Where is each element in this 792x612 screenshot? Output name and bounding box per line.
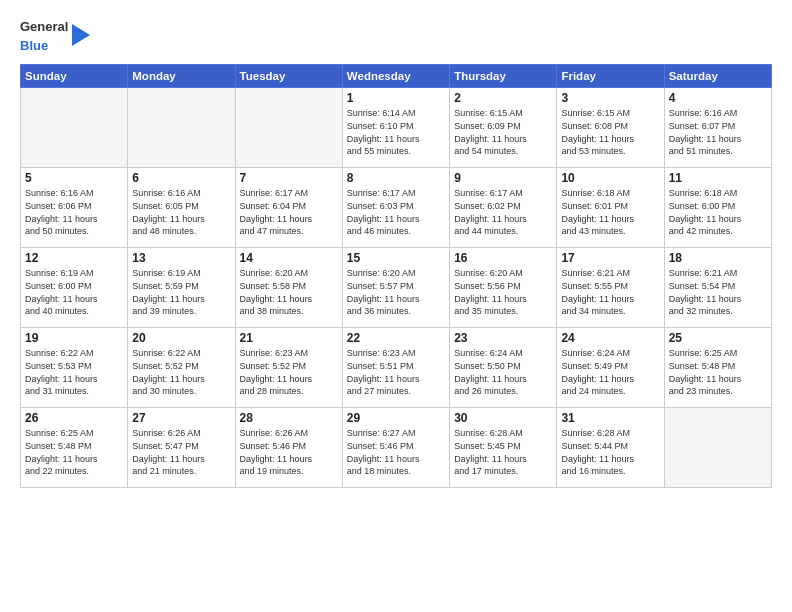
cell-info: Sunrise: 6:20 AM Sunset: 5:58 PM Dayligh…	[240, 267, 338, 317]
day-number: 31	[561, 411, 659, 425]
week-row-4: 19Sunrise: 6:22 AM Sunset: 5:53 PM Dayli…	[21, 328, 772, 408]
calendar-cell: 18Sunrise: 6:21 AM Sunset: 5:54 PM Dayli…	[664, 248, 771, 328]
week-row-5: 26Sunrise: 6:25 AM Sunset: 5:48 PM Dayli…	[21, 408, 772, 488]
calendar-cell: 28Sunrise: 6:26 AM Sunset: 5:46 PM Dayli…	[235, 408, 342, 488]
calendar-cell: 13Sunrise: 6:19 AM Sunset: 5:59 PM Dayli…	[128, 248, 235, 328]
calendar-cell: 4Sunrise: 6:16 AM Sunset: 6:07 PM Daylig…	[664, 88, 771, 168]
cell-info: Sunrise: 6:16 AM Sunset: 6:05 PM Dayligh…	[132, 187, 230, 237]
day-number: 1	[347, 91, 445, 105]
day-number: 29	[347, 411, 445, 425]
day-number: 9	[454, 171, 552, 185]
calendar-cell: 3Sunrise: 6:15 AM Sunset: 6:08 PM Daylig…	[557, 88, 664, 168]
logo-text: General Blue	[20, 16, 68, 54]
week-row-2: 5Sunrise: 6:16 AM Sunset: 6:06 PM Daylig…	[21, 168, 772, 248]
calendar-cell: 2Sunrise: 6:15 AM Sunset: 6:09 PM Daylig…	[450, 88, 557, 168]
calendar-cell: 1Sunrise: 6:14 AM Sunset: 6:10 PM Daylig…	[342, 88, 449, 168]
day-number: 10	[561, 171, 659, 185]
cell-info: Sunrise: 6:14 AM Sunset: 6:10 PM Dayligh…	[347, 107, 445, 157]
day-number: 17	[561, 251, 659, 265]
day-number: 14	[240, 251, 338, 265]
day-number: 18	[669, 251, 767, 265]
cell-info: Sunrise: 6:18 AM Sunset: 6:00 PM Dayligh…	[669, 187, 767, 237]
day-number: 24	[561, 331, 659, 345]
svg-marker-0	[72, 24, 90, 46]
calendar-cell: 11Sunrise: 6:18 AM Sunset: 6:00 PM Dayli…	[664, 168, 771, 248]
header: General Blue	[20, 16, 772, 54]
calendar-cell: 27Sunrise: 6:26 AM Sunset: 5:47 PM Dayli…	[128, 408, 235, 488]
calendar-cell: 29Sunrise: 6:27 AM Sunset: 5:46 PM Dayli…	[342, 408, 449, 488]
cell-info: Sunrise: 6:28 AM Sunset: 5:45 PM Dayligh…	[454, 427, 552, 477]
cell-info: Sunrise: 6:16 AM Sunset: 6:06 PM Dayligh…	[25, 187, 123, 237]
cell-info: Sunrise: 6:15 AM Sunset: 6:08 PM Dayligh…	[561, 107, 659, 157]
cell-info: Sunrise: 6:19 AM Sunset: 5:59 PM Dayligh…	[132, 267, 230, 317]
cell-info: Sunrise: 6:18 AM Sunset: 6:01 PM Dayligh…	[561, 187, 659, 237]
day-number: 4	[669, 91, 767, 105]
day-number: 12	[25, 251, 123, 265]
calendar-cell: 20Sunrise: 6:22 AM Sunset: 5:52 PM Dayli…	[128, 328, 235, 408]
week-row-1: 1Sunrise: 6:14 AM Sunset: 6:10 PM Daylig…	[21, 88, 772, 168]
weekday-header-saturday: Saturday	[664, 65, 771, 88]
logo-blue: Blue	[20, 38, 48, 53]
cell-info: Sunrise: 6:25 AM Sunset: 5:48 PM Dayligh…	[669, 347, 767, 397]
calendar-cell: 19Sunrise: 6:22 AM Sunset: 5:53 PM Dayli…	[21, 328, 128, 408]
calendar-cell	[128, 88, 235, 168]
cell-info: Sunrise: 6:24 AM Sunset: 5:50 PM Dayligh…	[454, 347, 552, 397]
weekday-header-friday: Friday	[557, 65, 664, 88]
weekday-header-wednesday: Wednesday	[342, 65, 449, 88]
calendar-table: SundayMondayTuesdayWednesdayThursdayFrid…	[20, 64, 772, 488]
cell-info: Sunrise: 6:20 AM Sunset: 5:57 PM Dayligh…	[347, 267, 445, 317]
day-number: 21	[240, 331, 338, 345]
weekday-header-tuesday: Tuesday	[235, 65, 342, 88]
calendar-cell: 10Sunrise: 6:18 AM Sunset: 6:01 PM Dayli…	[557, 168, 664, 248]
cell-info: Sunrise: 6:22 AM Sunset: 5:52 PM Dayligh…	[132, 347, 230, 397]
cell-info: Sunrise: 6:15 AM Sunset: 6:09 PM Dayligh…	[454, 107, 552, 157]
cell-info: Sunrise: 6:23 AM Sunset: 5:52 PM Dayligh…	[240, 347, 338, 397]
day-number: 26	[25, 411, 123, 425]
calendar-cell: 6Sunrise: 6:16 AM Sunset: 6:05 PM Daylig…	[128, 168, 235, 248]
cell-info: Sunrise: 6:22 AM Sunset: 5:53 PM Dayligh…	[25, 347, 123, 397]
weekday-header-sunday: Sunday	[21, 65, 128, 88]
calendar-cell: 8Sunrise: 6:17 AM Sunset: 6:03 PM Daylig…	[342, 168, 449, 248]
day-number: 2	[454, 91, 552, 105]
cell-info: Sunrise: 6:17 AM Sunset: 6:03 PM Dayligh…	[347, 187, 445, 237]
logo-arrow-icon	[72, 24, 90, 46]
cell-info: Sunrise: 6:27 AM Sunset: 5:46 PM Dayligh…	[347, 427, 445, 477]
cell-info: Sunrise: 6:16 AM Sunset: 6:07 PM Dayligh…	[669, 107, 767, 157]
calendar-cell: 5Sunrise: 6:16 AM Sunset: 6:06 PM Daylig…	[21, 168, 128, 248]
page: General Blue SundayMondayTuesdayWednesda…	[0, 0, 792, 612]
calendar-cell: 14Sunrise: 6:20 AM Sunset: 5:58 PM Dayli…	[235, 248, 342, 328]
day-number: 5	[25, 171, 123, 185]
calendar-cell: 9Sunrise: 6:17 AM Sunset: 6:02 PM Daylig…	[450, 168, 557, 248]
calendar-cell: 30Sunrise: 6:28 AM Sunset: 5:45 PM Dayli…	[450, 408, 557, 488]
calendar-cell: 7Sunrise: 6:17 AM Sunset: 6:04 PM Daylig…	[235, 168, 342, 248]
weekday-header-thursday: Thursday	[450, 65, 557, 88]
day-number: 22	[347, 331, 445, 345]
calendar-cell: 16Sunrise: 6:20 AM Sunset: 5:56 PM Dayli…	[450, 248, 557, 328]
cell-info: Sunrise: 6:17 AM Sunset: 6:02 PM Dayligh…	[454, 187, 552, 237]
calendar-cell: 23Sunrise: 6:24 AM Sunset: 5:50 PM Dayli…	[450, 328, 557, 408]
calendar-cell: 25Sunrise: 6:25 AM Sunset: 5:48 PM Dayli…	[664, 328, 771, 408]
day-number: 19	[25, 331, 123, 345]
calendar-cell: 15Sunrise: 6:20 AM Sunset: 5:57 PM Dayli…	[342, 248, 449, 328]
day-number: 27	[132, 411, 230, 425]
day-number: 28	[240, 411, 338, 425]
calendar-cell: 24Sunrise: 6:24 AM Sunset: 5:49 PM Dayli…	[557, 328, 664, 408]
calendar-cell: 26Sunrise: 6:25 AM Sunset: 5:48 PM Dayli…	[21, 408, 128, 488]
calendar-cell	[235, 88, 342, 168]
calendar-cell: 21Sunrise: 6:23 AM Sunset: 5:52 PM Dayli…	[235, 328, 342, 408]
day-number: 20	[132, 331, 230, 345]
weekday-header-monday: Monday	[128, 65, 235, 88]
day-number: 13	[132, 251, 230, 265]
cell-info: Sunrise: 6:17 AM Sunset: 6:04 PM Dayligh…	[240, 187, 338, 237]
weekday-header-row: SundayMondayTuesdayWednesdayThursdayFrid…	[21, 65, 772, 88]
cell-info: Sunrise: 6:21 AM Sunset: 5:55 PM Dayligh…	[561, 267, 659, 317]
logo-general: General	[20, 19, 68, 34]
cell-info: Sunrise: 6:28 AM Sunset: 5:44 PM Dayligh…	[561, 427, 659, 477]
week-row-3: 12Sunrise: 6:19 AM Sunset: 6:00 PM Dayli…	[21, 248, 772, 328]
calendar-cell: 17Sunrise: 6:21 AM Sunset: 5:55 PM Dayli…	[557, 248, 664, 328]
cell-info: Sunrise: 6:24 AM Sunset: 5:49 PM Dayligh…	[561, 347, 659, 397]
day-number: 11	[669, 171, 767, 185]
calendar-cell: 22Sunrise: 6:23 AM Sunset: 5:51 PM Dayli…	[342, 328, 449, 408]
cell-info: Sunrise: 6:25 AM Sunset: 5:48 PM Dayligh…	[25, 427, 123, 477]
day-number: 30	[454, 411, 552, 425]
